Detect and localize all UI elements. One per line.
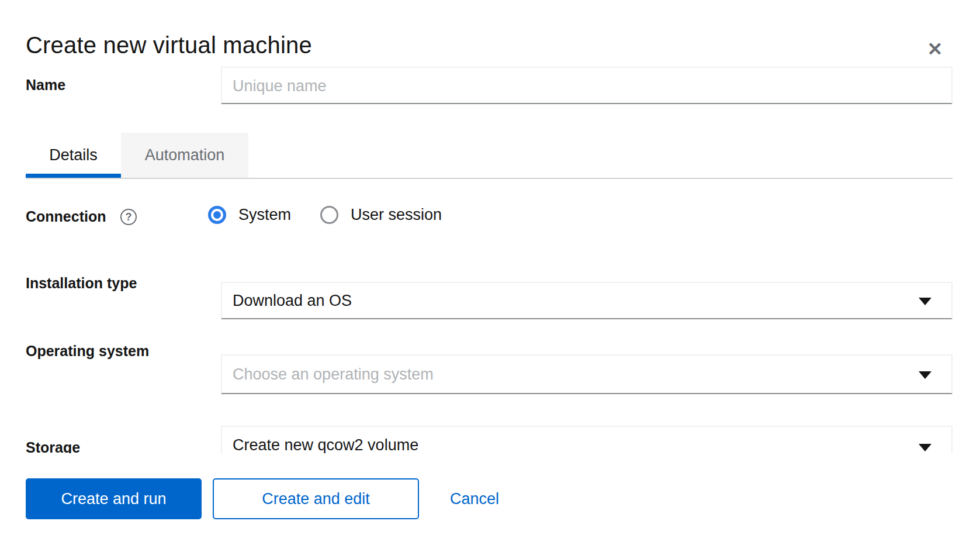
operating-system-placeholder: Choose an operating system xyxy=(233,365,434,384)
tab-automation[interactable]: Automation xyxy=(121,133,248,178)
installation-type-value: Download an OS xyxy=(233,292,352,310)
installation-type-label: Installation type xyxy=(26,275,137,292)
tab-active-indicator xyxy=(26,174,121,178)
radio-user-session-control[interactable] xyxy=(320,206,338,224)
chevron-down-icon xyxy=(919,444,931,451)
name-input[interactable] xyxy=(221,67,953,104)
chevron-down-icon xyxy=(919,371,931,379)
storage-label: Storage xyxy=(26,439,80,453)
help-question-icon[interactable]: ? xyxy=(120,209,137,225)
connection-label: Connection xyxy=(26,208,106,225)
operating-system-label: Operating system xyxy=(26,343,149,360)
radio-system-label: System xyxy=(238,206,291,224)
radio-user-session[interactable]: User session xyxy=(320,206,442,224)
tab-details-label: Details xyxy=(49,146,98,164)
storage-select[interactable]: Create new qcow2 volume xyxy=(221,426,953,453)
radio-user-session-label: User session xyxy=(351,206,442,224)
name-label: Name xyxy=(26,77,65,94)
radio-system-control[interactable] xyxy=(208,206,226,224)
connection-radio-group: System User session xyxy=(208,206,442,224)
create-and-run-button[interactable]: Create and run xyxy=(26,478,202,519)
tab-details[interactable]: Details xyxy=(26,133,121,178)
installation-type-select[interactable]: Download an OS xyxy=(221,282,953,319)
radio-selected-dot xyxy=(213,211,221,219)
operating-system-select[interactable]: Choose an operating system xyxy=(221,354,953,394)
create-vm-dialog-body: Create new virtual machine ✕ Name Detail… xyxy=(0,0,980,453)
cancel-button[interactable]: Cancel xyxy=(434,478,515,519)
tab-automation-label: Automation xyxy=(145,146,225,164)
close-icon[interactable]: ✕ xyxy=(922,36,948,62)
storage-value: Create new qcow2 volume xyxy=(233,436,418,454)
create-and-edit-button[interactable]: Create and edit xyxy=(213,478,419,519)
dialog-title: Create new virtual machine xyxy=(26,32,312,58)
chevron-down-icon xyxy=(919,298,931,305)
tabs-divider xyxy=(26,178,953,179)
radio-system[interactable]: System xyxy=(208,206,291,224)
